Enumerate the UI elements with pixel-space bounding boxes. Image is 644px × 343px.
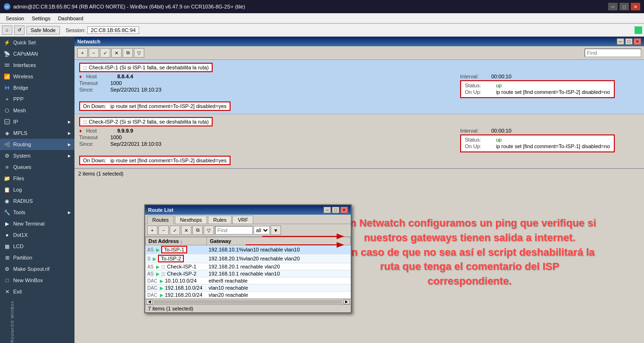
route-row3-dst: AS ▶ ::: Check-ISP-1 [146, 263, 207, 270]
menu-dashboard[interactable]: Dashboard [54, 15, 87, 22]
netwatch-minimize[interactable]: ─ [617, 38, 624, 45]
sidebar-label-make-supout: Make Supout.rif [13, 266, 50, 272]
queues-icon: ≡ [4, 164, 10, 170]
radius-icon: ◉ [4, 198, 10, 204]
sidebar-item-queues[interactable]: ≡ Queues [0, 161, 74, 173]
scroll-right[interactable]: ▶ [343, 300, 350, 304]
tab-routes[interactable]: Routes [147, 216, 174, 224]
sidebar-item-radius[interactable]: ◉ RADIUS [0, 195, 74, 207]
add-button[interactable]: + [77, 48, 88, 58]
route-row4-dst: AS ▶ ::: Check-ISP-2 [146, 270, 207, 277]
exit-icon: ✕ [4, 288, 10, 295]
sidebar-item-new-winbox[interactable]: □ New WinBox [0, 275, 74, 286]
route-row-3[interactable]: AS ▶ ::: Check-ISP-1 192.168.20.1 reacha… [146, 263, 351, 270]
route-add-button[interactable]: + [147, 226, 157, 235]
tab-nexthops[interactable]: Nexthops [175, 216, 207, 224]
sidebar-label-ppp: PPP [13, 96, 24, 102]
sidebar-item-mesh[interactable]: ⬡ Mesh [0, 105, 74, 116]
minimize-button[interactable]: ─ [608, 3, 618, 10]
copy-button[interactable]: ⧉ [123, 48, 133, 58]
route-filter-button[interactable]: ▽ [204, 226, 214, 235]
tab-vrf[interactable]: VRF [232, 216, 253, 224]
sidebar-item-log[interactable]: 📋 Log [0, 184, 74, 195]
sidebar-item-ppp[interactable]: + PPP [0, 93, 74, 105]
sidebar-item-new-terminal[interactable]: ▶ New Terminal [0, 218, 74, 229]
refresh-button[interactable]: ↺ [14, 25, 25, 35]
sidebar-item-capsman[interactable]: 📡 CAPsMAN [0, 48, 74, 59]
sidebar-item-lcd[interactable]: ▦ LCD [0, 241, 74, 252]
sidebar-item-make-supout[interactable]: ⚙ Make Supout.rif [0, 263, 74, 275]
route-disable-button[interactable]: ✕ [181, 226, 191, 235]
sidebar-item-dot1x[interactable]: ● Dot1X [0, 229, 74, 241]
route-close[interactable]: ✕ [340, 207, 348, 213]
overlay-line2: nuestros gateways tienen salida a intern… [309, 231, 630, 245]
sidebar-item-ip[interactable]: IP IP ▶ [0, 116, 74, 127]
sidebar-label-routing: Routing [13, 142, 31, 147]
route-row-4[interactable]: AS ▶ ::: Check-ISP-2 192.168.10.1 reacha… [146, 270, 351, 277]
route-find-input[interactable] [215, 226, 253, 234]
route-all-select[interactable]: all [254, 226, 270, 234]
route-controls: ─ □ ✕ [323, 207, 348, 213]
netwatch-entry-1[interactable]: ::: Check-ISP-1 (Si si ISP-1 falla, se d… [74, 60, 644, 114]
home-button[interactable]: ⌂ [2, 25, 12, 35]
entry2-status-label: Status: [465, 137, 493, 142]
route-row-2[interactable]: S ▶ To-ISP-2 192.168.20.1%vlan20 reachab… [146, 254, 351, 263]
svg-line-11 [7, 144, 8, 145]
scroll-track[interactable] [154, 300, 342, 304]
route-tabs: Routes Nexthops Rules VRF [145, 215, 351, 224]
sidebar-item-files[interactable]: 📁 Files [0, 173, 74, 184]
sidebar-item-exit[interactable]: ✕ Exit [0, 286, 74, 297]
sidebar-item-quickset[interactable]: ⚡ Quick Set [0, 37, 74, 48]
sidebar-item-mpls[interactable]: ◈ MPLS ▶ [0, 127, 74, 139]
sidebar-item-partition[interactable]: ⊞ Partition [0, 252, 74, 263]
maximize-button[interactable]: □ [619, 3, 629, 10]
route-row7-gw: vlan20 reachable [207, 292, 351, 299]
svg-point-7 [5, 143, 7, 145]
scroll-left[interactable]: ◀ [146, 300, 153, 304]
filter-button[interactable]: ▽ [134, 48, 144, 58]
bridge-icon [4, 84, 10, 91]
find-input[interactable] [585, 49, 641, 57]
menu-session[interactable]: Session [2, 15, 28, 22]
sidebar-item-bridge[interactable]: Bridge [0, 82, 74, 93]
route-enable-button[interactable]: ✓ [170, 226, 180, 235]
route-copy-button[interactable]: ⧉ [192, 226, 203, 235]
sidebar-label-new-winbox: New WinBox [13, 277, 43, 283]
route-row-1[interactable]: AS ▶ To-ISP-1 192.168.10.1%vlan10 reacha… [146, 245, 351, 254]
route-remove-button[interactable]: − [158, 226, 169, 235]
sidebar-item-interfaces[interactable]: Interfaces [0, 59, 74, 71]
sidebar-item-routing[interactable]: Routing ▶ [0, 139, 74, 150]
route-row-7[interactable]: DAC ▶ 192.168.20.0/24 vlan20 reachable [146, 292, 351, 299]
route-minimize[interactable]: ─ [323, 207, 331, 213]
entry1-interval-value: 00:00:10 [491, 74, 512, 79]
sidebar-item-system[interactable]: ⚙ System ▶ [0, 150, 74, 161]
entry2-timeout-row: Timeout 1000 [79, 134, 451, 140]
entry2-interval-row: Interval: 00:00:10 [460, 128, 639, 134]
entry2-since-value: Sep/22/2021 18:10:03 [110, 141, 161, 147]
disable-button[interactable]: ✕ [111, 48, 122, 58]
route-maximize[interactable]: □ [332, 207, 339, 213]
entry1-since-value: Sep/22/2021 18:10:23 [110, 87, 161, 92]
capsman-icon: 📡 [4, 50, 10, 57]
entry2-host-row: ♦ Host 9.9.9.9 [79, 128, 451, 134]
svg-point-9 [8, 145, 9, 147]
dot1x-icon: ● [4, 232, 10, 238]
entry2-interval-value: 00:00:10 [491, 128, 512, 134]
sidebar-item-wireless[interactable]: 📶 Wireless [0, 71, 74, 82]
close-button[interactable]: ✕ [631, 3, 640, 10]
safe-mode-button[interactable]: Safe Mode [26, 26, 60, 34]
netwatch-entry-2[interactable]: ::: Check-ISP-2 (Si si ISP-2 falla, se d… [74, 114, 644, 168]
netwatch-close[interactable]: ✕ [634, 38, 641, 45]
route-sort-button[interactable]: ▼ [271, 226, 281, 235]
menu-settings[interactable]: Settings [28, 15, 54, 22]
tab-rules[interactable]: Rules [208, 216, 231, 224]
enable-button[interactable]: ✓ [100, 48, 110, 58]
entry2-timeout-label: Timeout [79, 134, 107, 140]
netwatch-maximize[interactable]: □ [625, 38, 633, 45]
remove-button[interactable]: − [89, 48, 99, 58]
entry2-right: Interval: 00:00:10 Status: up On Up: ip … [460, 128, 639, 154]
route-row-6[interactable]: DAC ▶ 192.168.10.0/24 vlan10 reachable [146, 284, 351, 292]
route-row-5[interactable]: DAC ▶ 10.10.10.0/24 ether8 reachable [146, 277, 351, 284]
route-row2-gw: 192.168.20.1%vlan20 reachable vlan20 [207, 254, 351, 263]
sidebar-item-tools[interactable]: 🔧 Tools ▶ [0, 207, 74, 218]
